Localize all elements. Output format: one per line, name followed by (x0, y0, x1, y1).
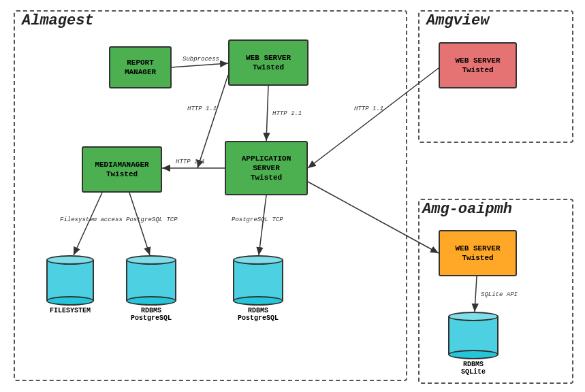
rdbms-sqlite-db: RDBMSSQLite (448, 312, 499, 376)
diagram-area: Almagest Amgview Amg-oaipmh REPORTMANAGE… (0, 0, 585, 392)
media-manager-label: MEDIAMANAGERTwisted (95, 160, 148, 180)
web-server-almagest-label: WEB SERVERTwisted (246, 53, 291, 73)
http-amgview-appserver-label: HTTP 1.1 (354, 105, 383, 112)
postgresql-tcp-app-label: PostgreSQL TCP (232, 216, 283, 223)
rdbms-app-label: RDBMSPostgreSQL (238, 307, 279, 322)
media-manager: MEDIAMANAGERTwisted (82, 146, 162, 193)
http-appserver-media-label: HTTP 1.1 (176, 159, 205, 165)
app-server-label: APPLICATIONSERVERTwisted (242, 154, 291, 183)
web-server-amgview-label: WEB SERVERTwisted (455, 56, 500, 76)
filesystem-access-label: Filesystem access (60, 216, 123, 223)
filesystem-label: FILESYSTEM (50, 307, 91, 314)
amgoaipmh-label: Amg-oaipmh (422, 201, 512, 218)
http-webserver-appserver-label: HTTP 1.1 (272, 110, 302, 117)
rdbms-app-db: RDBMSPostgreSQL (233, 255, 283, 322)
web-server-almagest: WEB SERVERTwisted (228, 39, 309, 86)
rdbms-media-db: RDBMSPostgreSQL (126, 255, 176, 322)
subprocess-label: Subprocess (183, 56, 219, 63)
report-manager-label: REPORTMANAGER (125, 58, 156, 78)
web-server-oaipmh-label: WEB SERVERTwisted (455, 244, 500, 263)
amgview-label: Amgview (426, 12, 489, 29)
app-server: APPLICATIONSERVERTwisted (225, 141, 308, 195)
web-server-amgview: WEB SERVERTwisted (439, 42, 517, 88)
postgresql-tcp-media-label: PostgreSQL TCP (126, 216, 178, 223)
filesystem-db: FILESYSTEM (46, 255, 94, 314)
sqlite-api-label: SQLite API (481, 291, 518, 298)
rdbms-media-label: RDBMSPostgreSQL (131, 307, 172, 322)
rdbms-sqlite-label: RDBMSSQLite (461, 361, 486, 376)
almagest-region (14, 10, 407, 381)
report-manager: REPORTMANAGER (109, 46, 172, 88)
http-webserver-left-label: HTTP 1.1 (187, 105, 217, 112)
almagest-label: Almagest (22, 12, 94, 29)
web-server-oaipmh: WEB SERVERTwisted (439, 230, 517, 276)
